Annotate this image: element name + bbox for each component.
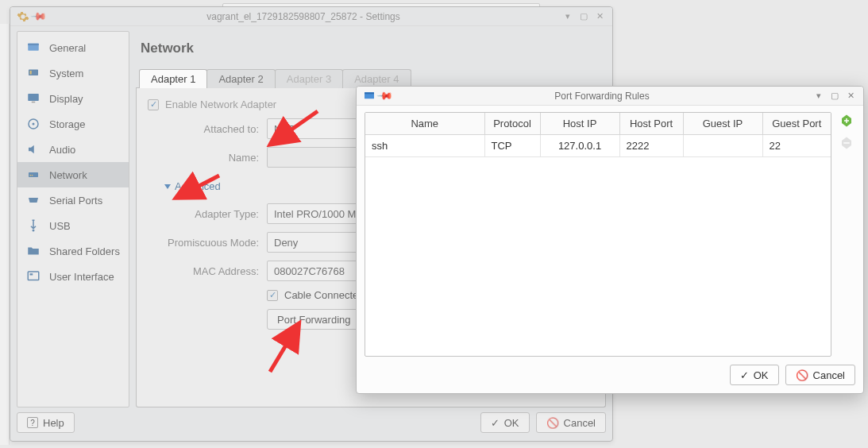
svg-rect-9 bbox=[30, 175, 32, 176]
svg-rect-12 bbox=[28, 272, 39, 280]
bg-panel-fragment bbox=[0, 24, 10, 445]
sidebar-item-audio[interactable]: Audio bbox=[17, 137, 129, 162]
general-icon bbox=[25, 40, 41, 56]
enable-adapter-checkbox[interactable]: Enable Network Adapter bbox=[148, 98, 276, 110]
svg-rect-13 bbox=[30, 273, 33, 275]
cell-guest-port[interactable]: 22 bbox=[762, 135, 831, 157]
serial-ports-icon bbox=[25, 192, 41, 208]
dialog-title: Port Forwarding Rules bbox=[393, 91, 811, 102]
sidebar-label: Shared Folders bbox=[49, 245, 120, 257]
svg-rect-1 bbox=[28, 44, 39, 45]
col-host-ip[interactable]: Host IP bbox=[540, 113, 619, 135]
sidebar-item-network[interactable]: Network bbox=[17, 162, 129, 187]
cancel-button[interactable]: 🚫 Cancel bbox=[785, 365, 855, 385]
close-button[interactable] bbox=[593, 10, 606, 23]
sidebar-item-system[interactable]: System bbox=[17, 60, 129, 86]
app-icon-gear bbox=[17, 10, 29, 23]
cell-guest-ip[interactable] bbox=[683, 135, 762, 157]
shared-folders-icon bbox=[25, 243, 41, 259]
col-protocol[interactable]: Protocol bbox=[484, 113, 540, 135]
add-rule-button[interactable] bbox=[838, 112, 855, 129]
cell-host-ip[interactable]: 127.0.0.1 bbox=[540, 135, 619, 157]
rule-buttons bbox=[838, 112, 855, 357]
cell-name[interactable]: ssh bbox=[365, 135, 484, 157]
enable-adapter-label: Enable Network Adapter bbox=[165, 98, 276, 110]
tab-adapter-1[interactable]: Adapter 1 bbox=[139, 69, 207, 88]
app-icon bbox=[363, 90, 376, 102]
sidebar-label: Display bbox=[49, 93, 83, 105]
minimize-button[interactable] bbox=[812, 90, 825, 102]
advanced-label: Advanced bbox=[175, 180, 221, 192]
settings-footer: ? Help ✓ OK 🚫 Cancel bbox=[17, 411, 606, 434]
tab-adapter-2[interactable]: Adapter 2 bbox=[206, 69, 275, 88]
sidebar-item-general[interactable]: General bbox=[17, 35, 129, 60]
svg-rect-19 bbox=[843, 142, 850, 144]
sidebar-item-shared-folders[interactable]: Shared Folders bbox=[17, 238, 129, 264]
help-button[interactable]: ? Help bbox=[17, 412, 75, 433]
maximize-button[interactable] bbox=[577, 10, 590, 23]
pin-icon[interactable]: 📌 bbox=[33, 10, 45, 23]
sidebar-label: General bbox=[49, 42, 86, 54]
col-host-port[interactable]: Host Port bbox=[619, 113, 683, 135]
svg-point-7 bbox=[33, 123, 35, 126]
titlebar[interactable]: 📌 vagrant_el_1729182598807_25872 - Setti… bbox=[10, 7, 612, 26]
check-icon: ✓ bbox=[491, 417, 500, 429]
cable-connected-checkbox[interactable]: Cable Connected bbox=[267, 289, 364, 301]
remove-rule-button[interactable] bbox=[838, 134, 855, 152]
cancel-icon: 🚫 bbox=[546, 417, 559, 429]
sidebar-item-user-interface[interactable]: User Interface bbox=[17, 264, 129, 289]
sidebar-item-storage[interactable]: Storage bbox=[17, 111, 129, 137]
col-name[interactable]: Name bbox=[365, 113, 484, 135]
dialog-titlebar[interactable]: 📌 Port Forwarding Rules bbox=[357, 87, 863, 106]
rules-table: Name Protocol Host IP Host Port Guest IP… bbox=[365, 112, 831, 357]
sidebar-item-serial-ports[interactable]: Serial Ports bbox=[17, 187, 129, 213]
help-icon: ? bbox=[27, 417, 38, 428]
sidebar-label: User Interface bbox=[49, 271, 114, 283]
attached-to-label: Attached to: bbox=[148, 123, 267, 135]
page-title: Network bbox=[141, 41, 606, 56]
promiscuous-label: Promiscuous Mode: bbox=[148, 237, 267, 249]
col-guest-ip[interactable]: Guest IP bbox=[683, 113, 762, 135]
sidebar-item-usb[interactable]: USB bbox=[17, 213, 129, 238]
sidebar-label: Storage bbox=[49, 118, 86, 130]
cell-host-port[interactable]: 2222 bbox=[619, 135, 683, 157]
col-guest-port[interactable]: Guest Port bbox=[762, 113, 831, 135]
settings-sidebar: General System Display Storage Audio Net… bbox=[17, 31, 129, 407]
close-button[interactable] bbox=[844, 90, 857, 102]
cable-connected-label: Cable Connected bbox=[284, 289, 364, 301]
usb-icon bbox=[25, 218, 41, 234]
ok-button[interactable]: ✓ OK bbox=[730, 365, 779, 385]
port-forwarding-dialog: 📌 Port Forwarding Rules Name Protocol Ho… bbox=[356, 86, 864, 394]
sidebar-label: System bbox=[49, 68, 83, 79]
user-interface-icon bbox=[25, 268, 41, 284]
sidebar-label: USB bbox=[49, 220, 71, 232]
tab-adapter-3: Adapter 3 bbox=[275, 69, 343, 88]
check-icon: ✓ bbox=[740, 369, 749, 381]
advanced-toggle[interactable]: Advanced bbox=[165, 180, 221, 192]
sidebar-label: Serial Ports bbox=[49, 195, 102, 207]
disclosure-triangle-icon bbox=[164, 184, 171, 189]
ok-button[interactable]: ✓ OK bbox=[480, 412, 530, 433]
window-title: vagrant_el_1729182598807_25872 - Setting… bbox=[47, 11, 560, 22]
dialog-footer: ✓ OK 🚫 Cancel bbox=[730, 365, 855, 385]
table-row[interactable]: ssh TCP 127.0.0.1 2222 22 bbox=[365, 135, 831, 157]
sidebar-label: Audio bbox=[49, 144, 75, 156]
storage-icon bbox=[25, 116, 41, 132]
port-forwarding-button[interactable]: Port Forwarding bbox=[267, 309, 361, 330]
mac-label: MAC Address: bbox=[148, 265, 267, 277]
svg-rect-4 bbox=[28, 94, 39, 101]
cell-protocol[interactable]: TCP bbox=[484, 135, 540, 157]
cancel-button[interactable]: 🚫 Cancel bbox=[536, 412, 606, 433]
sidebar-item-display[interactable]: Display bbox=[17, 86, 129, 111]
audio-icon bbox=[25, 141, 41, 157]
maximize-button[interactable] bbox=[828, 90, 841, 102]
network-icon bbox=[25, 167, 41, 183]
svg-point-11 bbox=[33, 230, 35, 232]
svg-rect-10 bbox=[32, 175, 33, 176]
svg-rect-3 bbox=[30, 71, 32, 75]
minimize-button[interactable] bbox=[561, 10, 574, 23]
name-label: Name: bbox=[148, 152, 267, 164]
adapter-type-label: Adapter Type: bbox=[148, 208, 267, 220]
pin-icon[interactable]: 📌 bbox=[379, 90, 392, 102]
system-icon bbox=[25, 65, 41, 81]
